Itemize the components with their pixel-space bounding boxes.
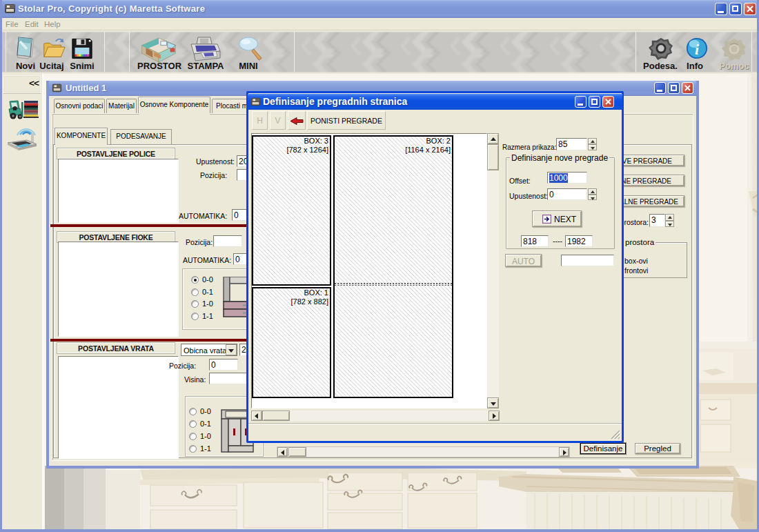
svg-text:i: i [695, 41, 699, 58]
